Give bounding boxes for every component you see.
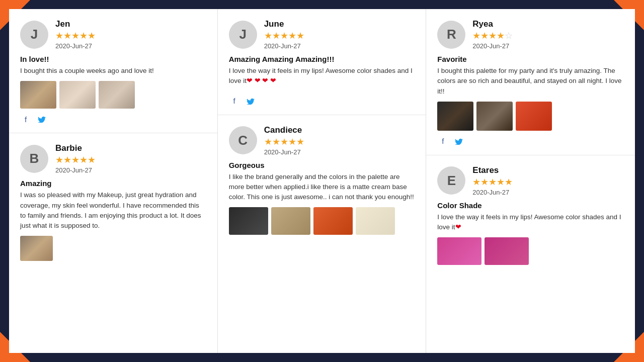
column-2: J June ★★★★★ 2020-Jun-27 Amazing Amazing… (218, 9, 427, 353)
reviewer-header-june: J June ★★★★★ 2020-Jun-27 (229, 19, 415, 50)
avatar-ryea: R (437, 21, 465, 49)
reviewer-name-candiece: Candiece (264, 125, 304, 135)
review-body-ryea: I bought this palette for my party and i… (437, 66, 624, 97)
review-date-candiece: 2020-Jun-27 (264, 148, 304, 156)
review-body-june: I love the way it feels in my lips! Awes… (229, 66, 415, 86)
twitter-icon-june[interactable] (245, 96, 256, 107)
review-body-jen: I bought this a couple weeks ago and lov… (20, 66, 206, 76)
heart-june-3: ❤ (262, 77, 268, 84)
review-title-etares: Color Shade (437, 201, 624, 210)
review-date-ryea: 2020-Jun-27 (472, 42, 513, 50)
avatar-jen: J (20, 21, 48, 49)
reviewer-header-jen: J Jen ★★★★★ 2020-Jun-27 (20, 19, 206, 50)
review-images-ryea (437, 102, 624, 131)
column-1: J Jen ★★★★★ 2020-Jun-27 In love!! I boug… (9, 9, 218, 353)
review-title-june: Amazing Amazing Amazing!!! (229, 55, 415, 63)
review-images-barbie (20, 236, 206, 261)
heart-june-2: ❤ (255, 77, 261, 84)
reviewer-name-etares: Etares (472, 165, 513, 175)
avatar-june: J (229, 21, 257, 49)
review-card-etares: E Etares ★★★★★ 2020-Jun-27 Color Shade I… (426, 155, 635, 274)
review-title-candiece: Gorgeous (229, 161, 415, 169)
review-image-ryea-3[interactable] (516, 102, 552, 131)
reviewer-header-barbie: B Barbie ★★★★★ 2020-Jun-27 (20, 143, 206, 174)
reviewer-header-etares: E Etares ★★★★★ 2020-Jun-27 (437, 165, 624, 196)
review-images-jen (20, 81, 206, 109)
heart-june-1: ❤ (247, 77, 253, 84)
review-card-jen: J Jen ★★★★★ 2020-Jun-27 In love!! I boug… (9, 9, 217, 133)
social-links-ryea: f (437, 136, 624, 147)
stars-june: ★★★★★ (264, 30, 304, 41)
stars-barbie: ★★★★★ (55, 154, 96, 165)
review-card-barbie: B Barbie ★★★★★ 2020-Jun-27 Amazing I was… (9, 133, 217, 269)
review-image-candiece-3[interactable] (313, 207, 353, 235)
review-image-jen-2[interactable] (59, 81, 96, 109)
review-image-etares-2[interactable] (485, 237, 529, 265)
reviewer-name-ryea: Ryea (472, 19, 513, 29)
reviewer-name-june: June (264, 19, 304, 29)
review-images-candiece (229, 207, 415, 235)
reviewer-info-ryea: Ryea ★★★★☆ 2020-Jun-27 (472, 19, 513, 50)
review-image-jen-1[interactable] (20, 81, 56, 109)
reviews-container: J Jen ★★★★★ 2020-Jun-27 In love!! I boug… (9, 9, 635, 353)
review-image-ryea-1[interactable] (437, 102, 473, 131)
reviewer-name-jen: Jen (55, 19, 96, 29)
review-card-june: J June ★★★★★ 2020-Jun-27 Amazing Amazing… (218, 9, 426, 115)
review-body-barbie: I was so pleased with my Makeup, just gr… (20, 190, 206, 231)
stars-ryea: ★★★★☆ (472, 30, 513, 41)
review-date-barbie: 2020-Jun-27 (55, 166, 96, 174)
review-body-candiece: I like the brand generally and the color… (229, 172, 415, 203)
avatar-barbie: B (20, 145, 48, 173)
review-card-ryea: R Ryea ★★★★☆ 2020-Jun-27 Favorite I boug… (426, 9, 635, 155)
avatar-etares: E (437, 166, 465, 195)
reviewer-header-ryea: R Ryea ★★★★☆ 2020-Jun-27 (437, 19, 624, 50)
social-links-june: f (229, 96, 415, 107)
review-image-barbie-1[interactable] (20, 236, 53, 261)
heart-june-4: ❤ (270, 77, 276, 84)
reviewer-name-barbie: Barbie (55, 143, 96, 153)
review-title-barbie: Amazing (20, 179, 206, 188)
reviewer-info-jen: Jen ★★★★★ 2020-Jun-27 (55, 19, 96, 50)
facebook-icon-june[interactable]: f (229, 96, 240, 107)
review-image-jen-3[interactable] (99, 81, 135, 109)
facebook-icon-ryea[interactable]: f (437, 136, 448, 147)
stars-etares: ★★★★★ (472, 176, 513, 188)
review-image-candiece-2[interactable] (271, 207, 310, 235)
review-body-etares: I love the way it feels in my lips! Awes… (437, 212, 624, 233)
facebook-icon-jen[interactable]: f (20, 114, 31, 125)
stars-jen: ★★★★★ (55, 30, 96, 41)
reviewer-info-barbie: Barbie ★★★★★ 2020-Jun-27 (55, 143, 96, 174)
avatar-candiece: C (229, 126, 257, 154)
column-3: R Ryea ★★★★☆ 2020-Jun-27 Favorite I boug… (426, 9, 635, 353)
review-date-etares: 2020-Jun-27 (472, 189, 513, 196)
review-card-candiece: C Candiece ★★★★★ 2020-Jun-27 Gorgeous I … (218, 115, 426, 243)
heart-etares-1: ❤ (455, 223, 461, 231)
stars-candiece: ★★★★★ (264, 136, 304, 147)
review-image-etares-1[interactable] (437, 237, 481, 265)
review-image-candiece-1[interactable] (229, 207, 268, 235)
reviewer-info-june: June ★★★★★ 2020-Jun-27 (264, 19, 304, 50)
reviewer-header-candiece: C Candiece ★★★★★ 2020-Jun-27 (229, 125, 415, 156)
review-date-jen: 2020-Jun-27 (55, 42, 96, 50)
review-date-june: 2020-Jun-27 (264, 42, 304, 50)
reviewer-info-candiece: Candiece ★★★★★ 2020-Jun-27 (264, 125, 304, 156)
review-title-ryea: Favorite (437, 55, 624, 63)
review-title-jen: In love!! (20, 55, 206, 63)
review-image-candiece-4[interactable] (356, 207, 395, 235)
review-images-etares (437, 237, 624, 265)
reviewer-info-etares: Etares ★★★★★ 2020-Jun-27 (472, 165, 513, 196)
social-links-jen: f (20, 114, 206, 125)
twitter-icon-jen[interactable] (36, 114, 47, 125)
review-image-ryea-2[interactable] (476, 102, 513, 131)
twitter-icon-ryea[interactable] (453, 136, 464, 147)
